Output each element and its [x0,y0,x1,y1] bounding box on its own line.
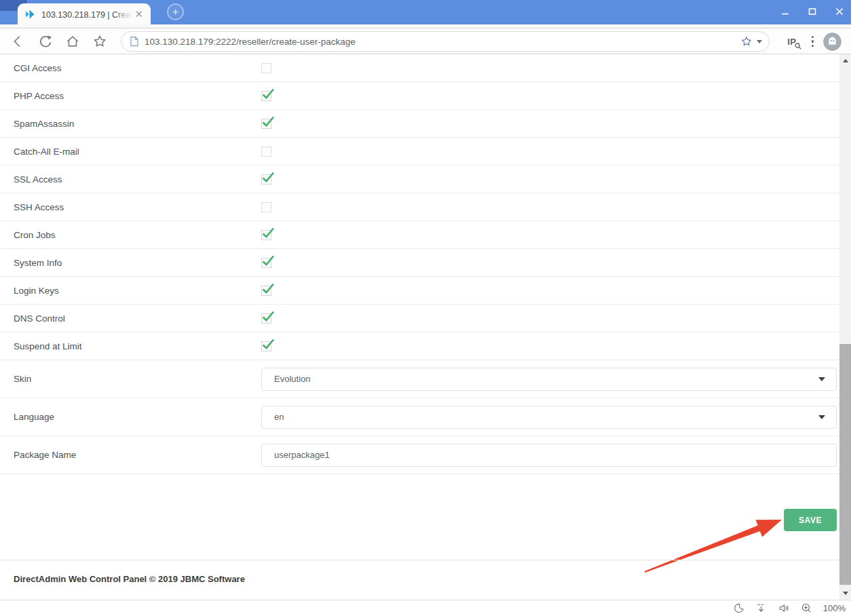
browser-menu-button[interactable] [812,36,814,47]
form-row-ssl-access: SSL Access [0,166,839,193]
login-keys-checkbox[interactable] [261,286,271,296]
bookmark-star-icon[interactable] [740,35,753,47]
url-bar[interactable]: 103.130.218.179:2222/reseller/create-use… [121,31,770,52]
tab-close-icon[interactable]: ✕ [132,7,145,20]
cgi-access-checkbox[interactable] [261,63,271,73]
form-row-language: Languageen [0,398,839,436]
scrollbar-thumb[interactable] [839,344,851,585]
url-text[interactable]: 103.130.218.179:2222/reseller/create-use… [145,37,740,47]
checkmark-icon [262,310,275,323]
home-button[interactable] [64,33,81,50]
system-info-checkbox[interactable] [261,258,271,268]
field-control: en [261,406,837,429]
zoom-icon[interactable] [801,602,812,614]
footer-copyright: DirectAdmin Web Control Panel © 2019 JBM… [14,574,245,584]
maximize-button[interactable] [806,5,818,18]
select-value: Evolution [274,374,310,384]
field-label: SSH Access [14,202,261,212]
plus-icon: + [172,6,179,18]
form-row-system-info: System Info [0,249,839,277]
catch-all-e-mail-checkbox[interactable] [261,147,271,157]
field-control [261,341,837,351]
field-control [261,63,837,73]
bookmark-caret-icon[interactable] [757,40,762,43]
checkmark-icon [262,88,275,100]
checkmark-icon [262,254,275,267]
form-row-cron-jobs: Cron Jobs [0,221,839,249]
field-label: Language [14,412,261,422]
ssl-access-checkbox[interactable] [261,174,271,185]
field-label: System Info [14,258,261,268]
form-row-php-access: PHP Access [0,82,839,110]
checkmark-icon [262,171,275,184]
field-label: SpamAssassin [14,119,261,129]
field-label: Skin [14,374,261,384]
page-content: CGI AccessPHP AccessSpamAssassinCatch-Al… [0,54,839,600]
night-mode-icon[interactable] [733,602,744,614]
field-control [261,119,837,129]
form-row-login-keys: Login Keys [0,277,839,305]
package-name-input[interactable] [274,450,824,460]
minimize-button[interactable] [779,5,791,18]
form-row-suspend-at-limit: Suspend at Limit [0,332,839,360]
field-control [261,286,837,296]
field-label: Cron Jobs [14,230,261,240]
save-button[interactable]: SAVE [784,509,837,531]
dns-control-checkbox[interactable] [261,313,271,324]
field-label: DNS Control [14,313,261,324]
tabstrip-edge [0,24,851,28]
field-control [261,444,837,467]
checkmark-icon [262,282,275,295]
form-row-ssh-access: SSH Access [0,193,839,221]
field-label: CGI Access [14,63,261,73]
speaker-icon[interactable] [778,602,790,614]
scroll-down-arrow[interactable] [839,588,851,598]
spamassassin-checkbox[interactable] [261,119,271,129]
browser-tab[interactable]: 103.130.218.179 | Create N ✕ [18,3,151,24]
profile-avatar[interactable] [823,33,841,51]
php-access-checkbox[interactable] [261,91,271,101]
skin-select[interactable]: Evolution [261,368,837,391]
form-row-cgi-access: CGI Access [0,54,839,82]
field-label: Package Name [14,450,261,460]
cron-jobs-checkbox[interactable] [261,230,271,240]
language-select[interactable]: en [261,406,837,429]
form-row-package-name: Package Name [0,436,839,474]
ip-extension-button[interactable]: IP [787,37,796,47]
tab-title-fade [113,8,132,20]
field-control [261,174,837,185]
dropdown-caret-icon [818,415,825,419]
ghost-avatar-icon [823,33,841,51]
suspend-at-limit-checkbox[interactable] [261,341,271,351]
field-control [261,258,837,268]
dropdown-caret-icon [818,377,825,381]
select-value: en [274,412,284,422]
ssh-access-checkbox[interactable] [261,202,271,212]
window-controls [779,0,846,23]
titlebar: 103.130.218.179 | Create N ✕ + [0,0,851,24]
back-button[interactable] [10,33,27,50]
field-label: PHP Access [14,91,261,101]
download-icon[interactable] [755,602,767,614]
browser-toolbar: 103.130.218.179:2222/reseller/create-use… [0,29,851,54]
tab-title-wrap: 103.130.218.179 | Create N [41,8,132,20]
field-control [261,147,837,157]
refresh-button[interactable] [37,33,54,50]
vertical-scrollbar[interactable] [839,54,851,600]
footer-divider [0,560,839,560]
form-row-catch-all-e-mail: Catch-All E-mail [0,138,839,166]
new-tab-button[interactable]: + [167,3,184,20]
favorites-star-button[interactable] [91,33,109,50]
field-label: SSL Access [14,174,261,185]
package-name-field [261,444,837,467]
close-button[interactable] [833,5,846,18]
checkmark-icon [262,227,275,239]
field-control: Evolution [261,368,837,391]
field-label: Login Keys [14,286,261,296]
status-bar: 100% [0,600,851,616]
directadmin-favicon-icon [26,9,36,19]
package-options-form: CGI AccessPHP AccessSpamAssassinCatch-Al… [0,54,839,474]
zoom-level[interactable]: 100% [823,603,846,613]
scroll-up-arrow[interactable] [839,56,851,66]
form-row-dns-control: DNS Control [0,305,839,332]
